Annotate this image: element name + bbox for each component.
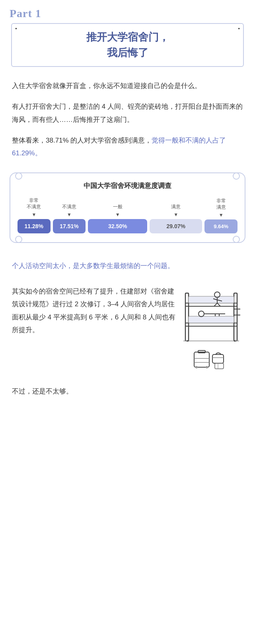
page-wrapper: Part 1 推开大学宿舍门， 我后悔了 入住大学宿舍就像开盲盒，你永远不知道迎… — [0, 0, 255, 410]
svg-line-14 — [217, 303, 220, 306]
bar-arrow-3: ▼ — [115, 212, 120, 217]
corner-tr — [233, 172, 240, 180]
part-header: Part 1 推开大学宿舍门， 我后悔了 — [0, 0, 255, 71]
bar-value-2: 17.51% — [60, 223, 78, 229]
intro-p2: 有人打开宿舍大门，是整洁的 4 人间、锃亮的瓷砖地，打开阳台是扑面而来的海风，而… — [12, 100, 243, 126]
part-label: Part 1 — [10, 7, 245, 20]
svg-rect-30 — [215, 363, 224, 369]
bar-item-2: 不满意 ▼ 17.51% — [53, 204, 86, 233]
svg-rect-0 — [185, 293, 189, 341]
bar-arrow-5: ▼ — [219, 212, 224, 218]
survey-card: 中国大学宿舍环境满意度调查 非常不满意 ▼ 11.28% 不满意 ▼ 17.51… — [10, 172, 245, 243]
svg-point-26 — [195, 366, 198, 368]
intro-p1: 入住大学宿舍就像开盲盒，你永远不知道迎接自己的会是什么。 — [12, 80, 243, 92]
bar-item-5: 非常满意 ▼ 9.64% — [204, 198, 237, 233]
bar-item-4: 满意 ▼ 29.07% — [150, 204, 202, 233]
bar-label-2: 不满意 — [62, 204, 76, 210]
bar-arrow-2: ▼ — [67, 212, 72, 217]
final-text: 不过，还是不太够。 — [12, 385, 243, 398]
bar-value-5: 9.64% — [214, 223, 228, 229]
space-highlight: 个人活动空间太小，是大多数学生最烦恼的一个问题。 — [12, 260, 243, 272]
space-body: 其实如今的宿舍空间已经有了提升，住建部对《宿舍建筑设计规范》进行过 2 次修订，… — [12, 288, 175, 334]
bar-label-3: 一般 — [113, 204, 123, 210]
svg-rect-28 — [212, 354, 224, 363]
bar-value-3: 32.50% — [108, 223, 127, 229]
bar-label-1: 非常不满意 — [27, 198, 41, 210]
main-title-line2: 我后悔了 — [107, 47, 148, 59]
bar-arrow-4: ▼ — [173, 212, 178, 217]
survey-title: 中国大学宿舍环境满意度调查 — [18, 181, 237, 190]
svg-rect-5 — [189, 316, 234, 323]
bunk-bed-illustration — [181, 289, 241, 345]
bar-arrow-1: ▼ — [31, 212, 36, 217]
svg-rect-1 — [234, 293, 237, 341]
bar-value-1: 11.28% — [25, 223, 43, 229]
bar-item-1: 非常不满意 ▼ 11.28% — [18, 198, 51, 233]
bar-block-2: 17.51% — [53, 219, 86, 233]
svg-rect-22 — [194, 352, 209, 367]
svg-line-13 — [214, 303, 217, 306]
corner-tl — [15, 172, 22, 180]
title-box: 推开大学宿舍门， 我后悔了 — [11, 23, 244, 67]
bar-item-3: 一般 ▼ 32.50% — [88, 204, 147, 233]
intro-p3-normal: 整体看来，38.71% 的人对大学宿舍感到满意， — [12, 137, 152, 144]
survey-bars: 非常不满意 ▼ 11.28% 不满意 ▼ 17.51% 一般 ▼ 32.50% — [18, 198, 237, 233]
illustration-block — [179, 285, 243, 369]
bar-block-5: 9.64% — [204, 219, 237, 233]
illustration-section: 其实如今的宿舍空间已经有了提升，住建部对《宿舍建筑设计规范》进行过 2 次修订，… — [0, 281, 255, 377]
bar-block-1: 11.28% — [18, 219, 51, 233]
main-title-line1: 推开大学宿舍门， — [86, 31, 169, 43]
main-title: 推开大学宿舍门， 我后悔了 — [20, 29, 235, 61]
intro-text-section: 入住大学宿舍就像开盲盒，你永远不知道迎接自己的会是什么。 有人打开宿舍大门，是整… — [0, 71, 255, 168]
svg-rect-3 — [185, 323, 237, 326]
corner-br — [233, 236, 240, 243]
svg-rect-2 — [185, 303, 237, 306]
space-highlight-section: 个人活动空间太小，是大多数学生最烦恼的一个问题。 — [0, 251, 255, 281]
bar-label-5: 非常满意 — [216, 198, 226, 210]
svg-point-15 — [199, 311, 204, 317]
corner-bl — [15, 236, 22, 243]
bar-block-3: 32.50% — [88, 219, 147, 233]
svg-rect-4 — [189, 296, 234, 303]
luggage-illustration — [193, 347, 229, 369]
final-text-section: 不过，还是不太够。 — [0, 377, 255, 410]
bar-block-4: 29.07% — [150, 219, 202, 233]
svg-point-27 — [206, 366, 208, 368]
text-with-img: 其实如今的宿舍空间已经有了提升，住建部对《宿舍建筑设计规范》进行过 2 次修订，… — [12, 285, 243, 369]
space-body-text: 其实如今的宿舍空间已经有了提升，住建部对《宿舍建筑设计规范》进行过 2 次修订，… — [12, 285, 175, 337]
bar-label-4: 满意 — [171, 204, 181, 210]
intro-p3: 整体看来，38.71% 的人对大学宿舍感到满意，觉得一般和不满的人占了 61.2… — [12, 134, 243, 160]
bar-value-4: 29.07% — [166, 223, 185, 229]
